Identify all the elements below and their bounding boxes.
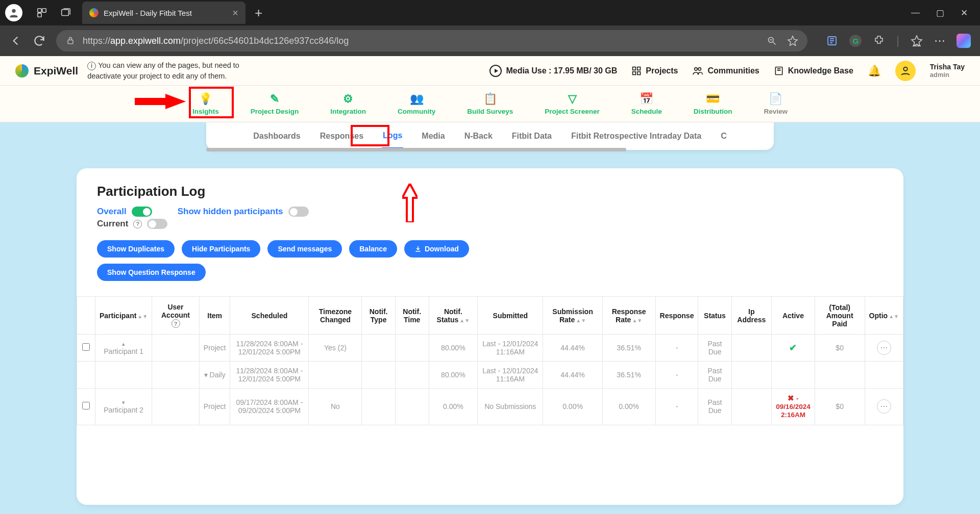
hide-participants-button[interactable]: Hide Participants <box>182 240 260 258</box>
favorites-bar-icon[interactable] <box>911 35 923 47</box>
close-icon[interactable]: ✕ <box>961 8 968 18</box>
subtab-more[interactable]: C <box>720 124 728 148</box>
table-header[interactable]: Notif. Type <box>362 297 395 335</box>
svg-point-0 <box>12 9 15 13</box>
table-cell: 0.00% <box>602 389 655 425</box>
user-avatar[interactable] <box>895 61 916 81</box>
zoom-icon[interactable] <box>767 36 777 46</box>
tab-distribution[interactable]: 💳Distribution <box>694 92 732 115</box>
reader-icon[interactable] <box>826 35 838 47</box>
table-cell <box>362 362 395 389</box>
tab-close-icon[interactable]: × <box>232 7 238 19</box>
current-toggle[interactable] <box>147 219 167 229</box>
tab-project-design[interactable]: ✎Project Design <box>251 92 299 115</box>
table-header[interactable] <box>77 297 95 335</box>
table-header[interactable]: Status <box>698 297 731 335</box>
overall-toggle[interactable] <box>132 207 152 217</box>
new-tab-button[interactable]: + <box>255 5 262 21</box>
media-use-link[interactable]: Media Use : 17.95 MB/ 30 GB <box>489 65 617 77</box>
tab-overview-icon[interactable] <box>60 7 71 18</box>
logo-icon <box>15 64 29 78</box>
annotation-arrow-up-icon <box>402 184 418 224</box>
help-icon[interactable]: ? <box>172 319 180 328</box>
table-header[interactable]: Timezone Changed <box>309 297 362 335</box>
minimize-icon[interactable]: — <box>911 8 920 18</box>
browser-tab[interactable]: ExpiWell - Daily Fitbit Test × <box>82 2 246 24</box>
table-header[interactable]: Item <box>199 297 230 335</box>
communities-link[interactable]: Communities <box>692 65 759 76</box>
table-header[interactable]: Ip Address <box>731 297 772 335</box>
logo[interactable]: ExpiWell <box>15 64 78 78</box>
copilot-icon[interactable] <box>957 34 971 48</box>
tab-build-surveys[interactable]: 📋Build Surveys <box>467 92 513 115</box>
subtab-dashboards[interactable]: Dashboards <box>252 124 301 148</box>
table-header[interactable]: Optio▲▼ <box>865 297 903 335</box>
row-options-icon[interactable]: ⋯ <box>877 399 891 414</box>
balance-button[interactable]: Balance <box>349 240 397 258</box>
tab-project-screener[interactable]: ▽Project Screener <box>545 92 599 115</box>
knowledge-base-link[interactable]: Knowledge Base <box>774 66 853 76</box>
workspaces-icon[interactable] <box>36 7 47 18</box>
table-header[interactable]: Response Rate▲▼ <box>602 297 655 335</box>
tab-integration[interactable]: ⚙Integration <box>330 92 366 115</box>
item-cell[interactable]: Project <box>199 335 230 362</box>
help-icon[interactable]: ? <box>133 220 142 228</box>
participant-cell[interactable]: ▾Participant 2 <box>95 389 152 425</box>
site-info-icon[interactable] <box>65 36 76 46</box>
grammarly-icon[interactable]: G <box>849 35 862 47</box>
table-header[interactable]: Scheduled <box>230 297 309 335</box>
address-bar[interactable]: https://app.expiwell.com/project/66c5460… <box>56 30 807 52</box>
participation-table-wrap[interactable]: Participant▲▼User Account ?ItemScheduled… <box>77 296 903 425</box>
sub-tabs-scrollbar[interactable] <box>206 148 626 151</box>
row-checkbox[interactable] <box>82 402 90 409</box>
table-header[interactable]: Submission Rate▲▼ <box>543 297 602 335</box>
subtab-fitbit-data[interactable]: Fitbit Data <box>511 124 553 148</box>
favorite-icon[interactable] <box>787 35 798 46</box>
profile-avatar-icon[interactable] <box>5 4 22 21</box>
subtab-nback[interactable]: N-Back <box>463 124 494 148</box>
refresh-icon[interactable] <box>33 34 46 47</box>
table-header[interactable]: Notif. Time <box>395 297 429 335</box>
subtab-media[interactable]: Media <box>421 124 446 148</box>
back-icon[interactable] <box>9 34 22 47</box>
more-icon[interactable]: ⋯ <box>934 34 945 47</box>
show-hidden-toggle[interactable] <box>288 207 309 217</box>
show-duplicates-button[interactable]: Show Duplicates <box>97 240 175 258</box>
table-cell: Past Due <box>698 389 731 425</box>
table-header[interactable]: Active <box>772 297 815 335</box>
table-cell <box>731 389 772 425</box>
table-cell: 36.51% <box>602 335 655 362</box>
table-header[interactable]: (Total) Amount Paid <box>815 297 865 335</box>
table-header[interactable]: Notif. Status▲▼ <box>429 297 478 335</box>
wallet-icon: 💳 <box>706 92 720 106</box>
participant-cell[interactable] <box>95 362 152 389</box>
table-header[interactable]: Response <box>655 297 698 335</box>
table-header[interactable]: User Account ? <box>152 297 200 335</box>
tab-review[interactable]: 📄Review <box>764 92 788 115</box>
participant-cell[interactable]: ▴Participant 1 <box>95 335 152 362</box>
item-cell[interactable]: ▾ Daily <box>199 362 230 389</box>
send-messages-button[interactable]: Send messages <box>267 240 342 258</box>
table-cell: 0.00% <box>429 389 478 425</box>
item-cell[interactable]: Project <box>199 389 230 425</box>
show-question-response-button[interactable]: Show Question Response <box>97 264 206 281</box>
projects-link[interactable]: Projects <box>631 66 678 76</box>
table-cell: No <box>309 389 362 425</box>
tab-community[interactable]: 👥Community <box>398 92 435 115</box>
row-checkbox[interactable] <box>82 343 90 351</box>
table-header[interactable]: Submitted <box>478 297 543 335</box>
row-options-icon[interactable]: ⋯ <box>877 341 891 355</box>
table-cell: 80.00% <box>429 335 478 362</box>
community-icon: 👥 <box>410 92 424 106</box>
table-cell <box>731 335 772 362</box>
checkbox-cell <box>77 362 95 389</box>
bell-icon[interactable]: 🔔 <box>868 65 881 77</box>
tab-schedule[interactable]: 📅Schedule <box>631 92 662 115</box>
subtab-fitbit-retro[interactable]: Fitbit Retrospective Intraday Data <box>570 124 702 148</box>
table-header[interactable]: Participant▲▼ <box>95 297 152 335</box>
table-row: ▾Participant 2Project09/17/2024 8:00AM -… <box>77 389 903 425</box>
extensions-icon[interactable] <box>873 35 885 47</box>
maximize-icon[interactable]: ▢ <box>936 8 944 18</box>
svg-rect-1 <box>38 9 41 12</box>
download-button[interactable]: Download <box>404 240 469 258</box>
